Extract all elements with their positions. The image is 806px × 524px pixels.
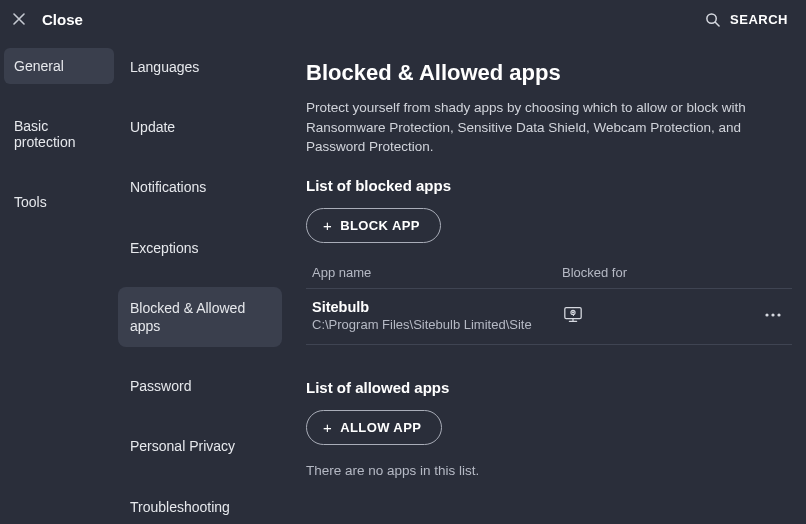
subnav-item-notifications[interactable]: Notifications [118, 166, 282, 208]
block-app-button[interactable]: + BLOCK APP [306, 208, 441, 243]
subnav-item-personal-privacy[interactable]: Personal Privacy [118, 425, 282, 467]
block-app-button-label: BLOCK APP [340, 218, 420, 233]
allowed-section-title: List of allowed apps [306, 379, 792, 396]
subnav-item-label: Languages [130, 59, 199, 75]
svg-point-3 [765, 314, 768, 317]
allow-app-button[interactable]: + ALLOW APP [306, 410, 442, 445]
sidebar-primary: General Basic protection Tools [0, 38, 118, 524]
close-label[interactable]: Close [42, 11, 83, 28]
ransomware-shield-icon [562, 305, 584, 325]
subnav-item-label: Troubleshooting [130, 499, 230, 515]
sidebar-item-label: General [14, 58, 64, 74]
svg-point-5 [777, 314, 780, 317]
column-header-app-name: App name [312, 265, 562, 280]
subnav-item-blocked-allowed-apps[interactable]: Blocked & Allowed apps [118, 287, 282, 347]
subnav-item-exceptions[interactable]: Exceptions [118, 227, 282, 269]
svg-point-4 [771, 314, 774, 317]
cell-app-name: Sitebulb C:\Program Files\Sitebulb Limit… [312, 299, 562, 332]
page-description: Protect yourself from shady apps by choo… [306, 98, 776, 157]
main-content: Blocked & Allowed apps Protect yourself … [288, 38, 806, 524]
header-close-group[interactable]: Close [10, 10, 83, 28]
blocked-section-title: List of blocked apps [306, 177, 792, 194]
sidebar-item-tools[interactable]: Tools [4, 184, 114, 220]
plus-icon: + [323, 420, 332, 435]
subnav-item-troubleshooting[interactable]: Troubleshooting [118, 486, 282, 525]
subnav-item-label: Password [130, 378, 191, 394]
more-actions-icon[interactable] [764, 312, 782, 318]
column-header-blocked-for: Blocked for [562, 265, 786, 280]
subnav-item-label: Update [130, 119, 175, 135]
subnav-item-password[interactable]: Password [118, 365, 282, 407]
cell-actions [746, 312, 786, 318]
sidebar-item-label: Basic protection [14, 118, 75, 150]
allowed-empty-message: There are no apps in this list. [306, 463, 792, 478]
search-icon [705, 12, 720, 27]
sidebar-item-label: Tools [14, 194, 47, 210]
header: Close SEARCH [0, 0, 806, 38]
sidebar-item-basic-protection[interactable]: Basic protection [4, 108, 114, 160]
table-header: App name Blocked for [306, 265, 792, 289]
allow-app-button-label: ALLOW APP [340, 420, 421, 435]
sidebar-item-general[interactable]: General [4, 48, 114, 84]
sidebar-secondary: Languages Update Notifications Exception… [118, 38, 288, 524]
cell-blocked-for [562, 305, 746, 325]
search-button[interactable]: SEARCH [705, 12, 788, 27]
subnav-item-label: Blocked & Allowed apps [130, 300, 245, 334]
close-icon[interactable] [10, 10, 28, 28]
page-title: Blocked & Allowed apps [306, 60, 792, 86]
app-name: Sitebulb [312, 299, 562, 315]
blocked-apps-table: App name Blocked for Sitebulb C:\Program… [306, 265, 792, 345]
plus-icon: + [323, 218, 332, 233]
subnav-item-update[interactable]: Update [118, 106, 282, 148]
app-path: C:\Program Files\Sitebulb Limited\Site [312, 317, 562, 332]
subnav-item-label: Exceptions [130, 240, 198, 256]
subnav-item-label: Notifications [130, 179, 206, 195]
table-row[interactable]: Sitebulb C:\Program Files\Sitebulb Limit… [306, 289, 792, 345]
search-label: SEARCH [730, 12, 788, 27]
allowed-section: List of allowed apps + ALLOW APP There a… [306, 379, 792, 478]
subnav-item-label: Personal Privacy [130, 438, 235, 454]
subnav-item-languages[interactable]: Languages [118, 46, 282, 88]
